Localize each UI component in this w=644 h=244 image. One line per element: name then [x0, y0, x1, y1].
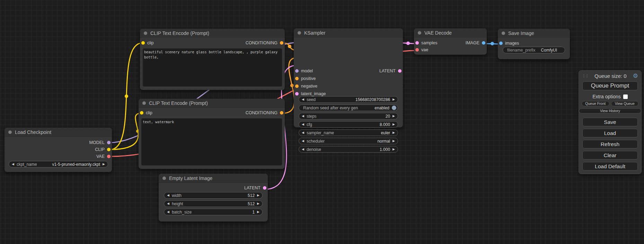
arrow-left-icon[interactable]: ◀: [302, 148, 304, 151]
arrow-right-icon[interactable]: ▶: [103, 163, 105, 166]
width-widget[interactable]: ◀ width 512 ▶: [164, 192, 263, 199]
samples-input-port[interactable]: [415, 41, 419, 45]
queue-front-button[interactable]: Queue Front: [582, 101, 609, 106]
node-vae-decode[interactable]: VAE Decode samples IMAGE vae: [414, 28, 487, 55]
arrow-left-icon[interactable]: ◀: [167, 210, 169, 214]
random-seed-toggle-widget[interactable]: Random seed after every gen enabled: [299, 105, 398, 111]
conditioning-output-port[interactable]: [280, 111, 283, 115]
height-widget[interactable]: ◀ height 512 ▶: [164, 200, 263, 207]
input-label-clip: clip: [146, 110, 152, 115]
clear-button[interactable]: Clear: [582, 151, 638, 160]
arrow-right-icon[interactable]: ▶: [392, 139, 395, 143]
widget-value: enabled: [374, 106, 389, 110]
arrow-left-icon[interactable]: ◀: [302, 139, 304, 143]
view-history-button[interactable]: View History: [579, 108, 641, 114]
positive-input-port[interactable]: [295, 77, 299, 80]
widget-label: filename_prefix: [507, 48, 535, 53]
arrow-right-icon[interactable]: ▶: [257, 210, 259, 214]
arrow-left-icon[interactable]: ◀: [302, 115, 304, 118]
load-button[interactable]: Load: [582, 129, 638, 137]
denoise-widget[interactable]: ◀ denoise 1.000 ▶: [299, 146, 398, 153]
clip-input-port[interactable]: [140, 111, 143, 115]
node-empty-latent-image[interactable]: Empty Latent Image LATENT ◀ width 512 ▶ …: [159, 174, 268, 222]
arrow-right-icon[interactable]: ▶: [257, 202, 259, 205]
node-load-checkpoint[interactable]: Load Checkpoint MODEL CLIP VAE ◀ ckpt_na…: [5, 128, 112, 172]
node-title-bar[interactable]: CLIP Text Encode (Prompt): [140, 29, 285, 38]
arrow-left-icon[interactable]: ◀: [302, 123, 304, 126]
arrow-left-icon[interactable]: ◀: [302, 98, 304, 101]
images-input-port[interactable]: [499, 42, 503, 45]
collapse-dot-icon[interactable]: [298, 31, 301, 35]
model-output-port[interactable]: [107, 141, 111, 144]
widget-value: euler: [381, 130, 390, 135]
extra-options-checkbox[interactable]: [623, 94, 628, 99]
widget-value: 512: [248, 201, 255, 206]
node-save-image[interactable]: Save Image images filename_prefix ComfyU…: [498, 29, 570, 59]
view-queue-button[interactable]: View Queue: [611, 101, 639, 106]
collapse-dot-icon[interactable]: [502, 31, 505, 35]
steps-widget[interactable]: ◀ steps 20 ▶: [299, 113, 398, 119]
cfg-widget[interactable]: ◀ cfg 8.000 ▶: [299, 121, 398, 128]
node-title-bar[interactable]: Empty Latent Image: [159, 174, 268, 183]
arrow-left-icon[interactable]: ◀: [167, 202, 169, 205]
seed-widget[interactable]: ◀ seed 156680208700286 ▶: [299, 96, 398, 103]
clip-input-port[interactable]: [141, 41, 145, 45]
arrow-left-icon[interactable]: ◀: [167, 194, 169, 197]
vae-input-port[interactable]: [415, 48, 419, 52]
model-input-port[interactable]: [295, 69, 299, 73]
widget-label: width: [172, 193, 182, 198]
collapse-dot-icon[interactable]: [8, 130, 12, 134]
node-title-bar[interactable]: KSampler: [294, 28, 403, 37]
batch-size-widget[interactable]: ◀ batch_size 1 ▶: [164, 209, 263, 215]
widget-value: 512: [248, 193, 255, 198]
collapse-dot-icon[interactable]: [144, 31, 147, 35]
widget-value: 156680208700286: [355, 97, 390, 102]
latent-output-port[interactable]: [263, 186, 266, 190]
arrow-right-icon[interactable]: ▶: [392, 98, 395, 101]
load-default-button[interactable]: Load Default: [582, 162, 638, 171]
node-title-bar[interactable]: Save Image: [498, 29, 570, 38]
widget-label: height: [172, 201, 183, 206]
ckpt-name-widget[interactable]: ◀ ckpt_name v1-5-pruned-emaonly.ckpt ▶: [9, 161, 108, 168]
arrow-right-icon[interactable]: ▶: [392, 115, 395, 118]
arrow-right-icon[interactable]: ▶: [392, 123, 395, 126]
collapse-dot-icon[interactable]: [142, 101, 146, 105]
drag-handle-icon[interactable]: ⋮⋮: [582, 74, 588, 78]
arrow-right-icon[interactable]: ▶: [257, 194, 259, 197]
node-title-bar[interactable]: Load Checkpoint: [5, 128, 112, 137]
negative-prompt-textarea[interactable]: text, watermark: [141, 118, 282, 165]
input-label-positive: positive: [301, 76, 316, 81]
arrow-left-icon[interactable]: ◀: [12, 163, 14, 166]
collapse-dot-icon[interactable]: [418, 31, 421, 35]
scheduler-widget[interactable]: ◀ scheduler normal ▶: [299, 138, 398, 144]
clip-output-port[interactable]: [107, 148, 111, 151]
settings-gear-icon[interactable]: ⚙: [633, 73, 638, 79]
collapse-dot-icon[interactable]: [162, 177, 166, 180]
conditioning-output-port[interactable]: [280, 41, 283, 45]
latent-image-input-port[interactable]: [295, 92, 299, 96]
widget-label: steps: [307, 114, 317, 119]
arrow-right-icon[interactable]: ▶: [392, 148, 395, 151]
queue-prompt-button[interactable]: Queue Prompt: [582, 81, 638, 90]
latent-output-port[interactable]: [398, 69, 402, 73]
output-label-image: IMAGE: [466, 40, 479, 45]
filename-prefix-widget[interactable]: filename_prefix ComfyUI: [503, 47, 565, 53]
positive-prompt-textarea[interactable]: beautiful scenery nature glass bottle la…: [143, 48, 282, 87]
image-output-port[interactable]: [482, 41, 485, 45]
node-ksampler[interactable]: KSampler model positive negative latent_…: [294, 28, 403, 127]
arrow-left-icon[interactable]: ◀: [302, 131, 304, 134]
refresh-button[interactable]: Refresh: [582, 140, 638, 148]
node-clip-text-encode-negative[interactable]: CLIP Text Encode (Prompt) clip CONDITION…: [139, 99, 285, 169]
vae-output-port[interactable]: [107, 155, 111, 158]
negative-input-port[interactable]: [295, 84, 299, 88]
node-title-bar[interactable]: VAE Decode: [414, 28, 487, 37]
save-button[interactable]: Save: [582, 118, 638, 126]
node-graph-canvas[interactable]: Load Checkpoint MODEL CLIP VAE ◀ ckpt_na…: [0, 0, 644, 244]
toggle-enabled-icon[interactable]: [392, 106, 396, 110]
node-title-bar[interactable]: CLIP Text Encode (Prompt): [139, 99, 285, 108]
arrow-right-icon[interactable]: ▶: [392, 131, 395, 134]
widget-value: 1.000: [380, 147, 390, 152]
node-clip-text-encode-positive[interactable]: CLIP Text Encode (Prompt) clip CONDITION…: [140, 29, 285, 90]
output-label-conditioning: CONDITIONING: [246, 40, 277, 45]
sampler-name-widget[interactable]: ◀ sampler_name euler ▶: [299, 129, 398, 136]
